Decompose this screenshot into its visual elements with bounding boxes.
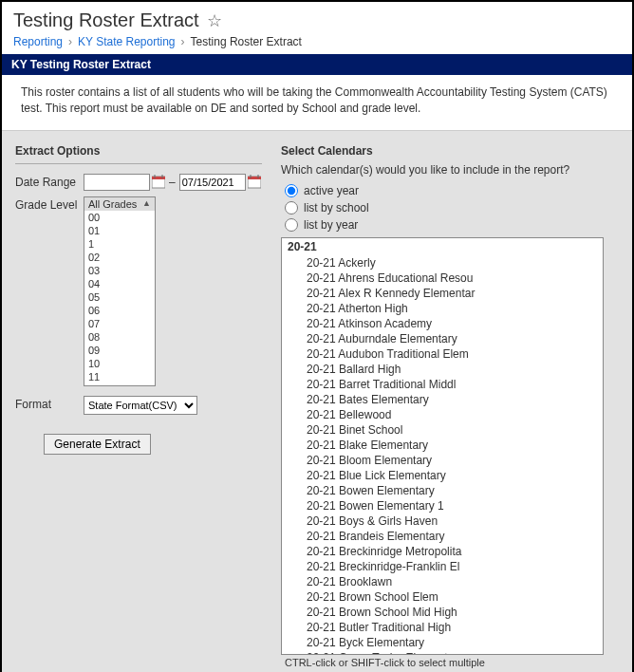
svg-rect-5 bbox=[248, 177, 261, 179]
calendar-item[interactable]: 20-21 Butler Traditional High bbox=[282, 620, 603, 635]
extract-heading: Extract Options bbox=[15, 144, 262, 158]
multiselect-hint: CTRL-click or SHIFT-click to select mult… bbox=[281, 655, 619, 670]
radio-list-by-year-label[interactable]: list by year bbox=[304, 218, 358, 232]
grade-option[interactable]: 08 bbox=[84, 330, 155, 344]
date-end-input[interactable] bbox=[179, 174, 246, 191]
format-select[interactable]: State Format(CSV) bbox=[84, 396, 197, 415]
info-text: This roster contains a list of all stude… bbox=[2, 75, 632, 131]
grade-option[interactable]: 09 bbox=[84, 344, 155, 357]
chevron-right-icon: › bbox=[68, 35, 72, 48]
format-label: Format bbox=[15, 396, 84, 411]
calendar-item[interactable]: 20-21 Binet School bbox=[282, 422, 603, 438]
grade-option[interactable]: 05 bbox=[84, 290, 155, 304]
calendar-item[interactable]: 20-21 Ackerly bbox=[282, 255, 603, 271]
calendar-item[interactable]: 20-21 Ahrens Educational Resou bbox=[282, 271, 603, 286]
calendar-item[interactable]: 20-21 Atkinson Academy bbox=[282, 316, 603, 331]
calendar-item[interactable]: 20-21 Bowen Elementary bbox=[282, 483, 603, 498]
app-window: Testing Roster Extract ☆ Reporting › KY … bbox=[0, 0, 634, 672]
grade-level-label: Grade Level bbox=[15, 196, 84, 212]
calendars-subtext: Which calendar(s) would you like to incl… bbox=[281, 163, 619, 177]
calendar-item[interactable]: 20-21 Boys & Girls Haven bbox=[282, 513, 603, 529]
breadcrumb-ky-state[interactable]: KY State Reporting bbox=[78, 35, 176, 48]
calendars-heading: Select Calendars bbox=[281, 144, 619, 158]
radio-list-by-school-label[interactable]: list by school bbox=[304, 201, 369, 215]
date-start-input[interactable] bbox=[84, 174, 150, 191]
date-range-label: Date Range bbox=[15, 174, 84, 189]
radio-active-year[interactable] bbox=[285, 184, 298, 197]
calendar-item[interactable]: 20-21 Blue Lick Elementary bbox=[282, 468, 603, 483]
calendar-item[interactable]: 20-21 Alex R Kennedy Elementar bbox=[282, 286, 603, 301]
select-calendars-panel: Select Calendars Which calendar(s) would… bbox=[281, 144, 619, 670]
calendar-item[interactable]: 20-21 Brown School Elem bbox=[282, 589, 603, 605]
calendar-listbox[interactable]: 20-2120-21 Ackerly20-21 Ahrens Education… bbox=[281, 237, 604, 655]
grade-option[interactable]: 06 bbox=[84, 304, 155, 317]
calendar-item[interactable]: 20-21 Bowen Elementary 1 bbox=[282, 498, 603, 513]
page-title: Testing Roster Extract bbox=[13, 9, 199, 31]
grade-option[interactable]: 03 bbox=[84, 264, 155, 277]
calendar-item[interactable]: 20-21 Breckinridge Metropolita bbox=[282, 544, 603, 559]
grade-option[interactable]: 02 bbox=[84, 251, 155, 264]
favorite-star-icon[interactable]: ☆ bbox=[207, 10, 222, 31]
calendar-item[interactable]: 20-21 Bellewood bbox=[282, 407, 603, 422]
dash: – bbox=[169, 176, 176, 189]
calendar-item[interactable]: 20-21 Brooklawn bbox=[282, 574, 603, 589]
calendar-item[interactable]: 20-21 Breckinridge-Franklin El bbox=[282, 559, 603, 574]
generate-extract-button[interactable]: Generate Extract bbox=[44, 434, 151, 455]
grade-level-select[interactable]: All Grades▲000110203040506070809101112 bbox=[84, 196, 156, 386]
grade-option[interactable]: 12 bbox=[84, 383, 155, 386]
form-area: Extract Options Date Range – Grade bbox=[2, 131, 632, 672]
calendar-item[interactable]: 20-21 Blake Elementary bbox=[282, 438, 603, 453]
divider bbox=[15, 163, 262, 164]
grade-option[interactable]: All Grades▲ bbox=[84, 197, 155, 211]
breadcrumb: Reporting › KY State Reporting › Testing… bbox=[13, 35, 621, 48]
section-bar: KY Testing Roster Extract bbox=[2, 54, 632, 75]
grade-option[interactable]: 00 bbox=[84, 211, 155, 224]
calendar-item[interactable]: 20-21 Bates Elementary bbox=[282, 392, 603, 407]
grade-option[interactable]: 04 bbox=[84, 277, 155, 290]
calendar-item[interactable]: 20-21 Ballard High bbox=[282, 362, 603, 377]
calendar-item[interactable]: 20-21 Audubon Traditional Elem bbox=[282, 346, 603, 362]
svg-rect-1 bbox=[152, 177, 165, 179]
breadcrumb-reporting[interactable]: Reporting bbox=[13, 35, 63, 48]
calendar-year-header[interactable]: 20-21 bbox=[282, 238, 603, 255]
grade-option[interactable]: 11 bbox=[84, 370, 155, 383]
calendar-item[interactable]: 20-21 Brandeis Elementary bbox=[282, 529, 603, 544]
grade-option[interactable]: 07 bbox=[84, 317, 155, 330]
chevron-right-icon: › bbox=[181, 35, 185, 48]
calendar-icon[interactable] bbox=[152, 175, 165, 189]
calendar-item[interactable]: 20-21 Atherton High bbox=[282, 301, 603, 316]
grade-option[interactable]: 1 bbox=[84, 237, 155, 251]
breadcrumb-current: Testing Roster Extract bbox=[191, 35, 302, 48]
calendar-item[interactable]: 20-21 Auburndale Elementary bbox=[282, 331, 603, 346]
calendar-item[interactable]: 20-21 Barret Traditional Middl bbox=[282, 377, 603, 392]
calendar-icon[interactable] bbox=[248, 175, 261, 189]
header: Testing Roster Extract ☆ Reporting › KY … bbox=[2, 2, 632, 54]
radio-list-by-year[interactable] bbox=[285, 218, 298, 232]
sort-arrow-icon: ▲ bbox=[142, 198, 151, 208]
calendar-item[interactable]: 20-21 Bloom Elementary bbox=[282, 453, 603, 468]
grade-option[interactable]: 10 bbox=[84, 357, 155, 370]
radio-list-by-school[interactable] bbox=[285, 201, 298, 215]
grade-option[interactable]: 01 bbox=[84, 224, 155, 237]
calendar-item[interactable]: 20-21 Brown School Mid High bbox=[282, 605, 603, 620]
radio-active-year-label[interactable]: active year bbox=[304, 184, 359, 197]
extract-options-panel: Extract Options Date Range – Grade bbox=[15, 144, 262, 670]
calendar-item[interactable]: 20-21 Byck Elementary bbox=[282, 635, 603, 650]
